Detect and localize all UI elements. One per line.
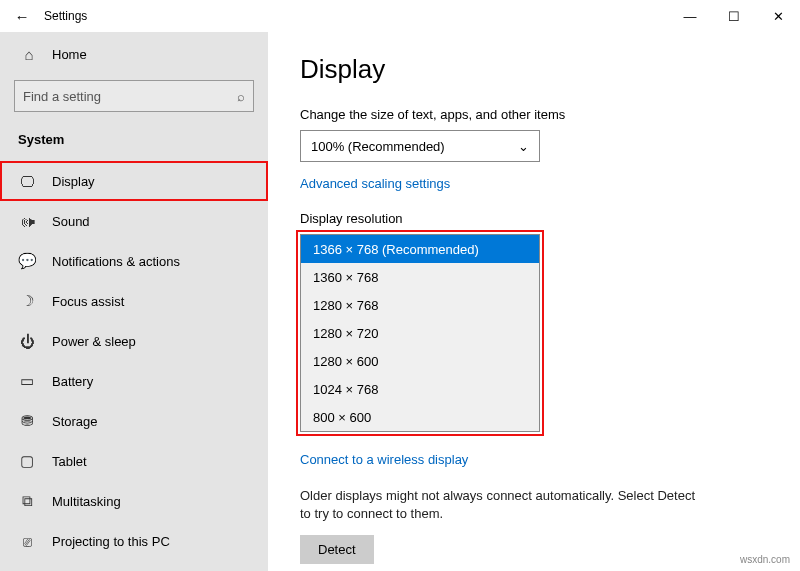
storage-icon: ⛃ bbox=[18, 412, 36, 430]
sidebar-item-power[interactable]: ⏻ Power & sleep bbox=[0, 321, 268, 361]
resolution-dropdown-list[interactable]: 1366 × 768 (Recommended) 1360 × 768 1280… bbox=[300, 234, 540, 432]
resolution-option[interactable]: 1280 × 720 bbox=[301, 319, 539, 347]
sidebar-item-tablet[interactable]: ▢ Tablet bbox=[0, 441, 268, 481]
sidebar-item-focus-assist[interactable]: ☽ Focus assist bbox=[0, 281, 268, 321]
resolution-label: Display resolution bbox=[300, 211, 768, 226]
advanced-scaling-link[interactable]: Advanced scaling settings bbox=[300, 176, 768, 191]
search-placeholder: Find a setting bbox=[23, 89, 101, 104]
titlebar: ← Settings — ☐ ✕ bbox=[0, 0, 800, 32]
sidebar-item-battery[interactable]: ▭ Battery bbox=[0, 361, 268, 401]
content: Display Change the size of text, apps, a… bbox=[268, 32, 800, 571]
resolution-option[interactable]: 1280 × 600 bbox=[301, 347, 539, 375]
sidebar-item-display[interactable]: 🖵 Display bbox=[0, 161, 268, 201]
sidebar-item-label: Multitasking bbox=[52, 494, 121, 509]
sidebar-item-label: Storage bbox=[52, 414, 98, 429]
sidebar-item-label: Focus assist bbox=[52, 294, 124, 309]
sidebar-item-sound[interactable]: 🕪 Sound bbox=[0, 201, 268, 241]
resolution-option[interactable]: 1366 × 768 (Recommended) bbox=[301, 235, 539, 263]
display-icon: 🖵 bbox=[18, 173, 36, 190]
notifications-icon: 💬 bbox=[18, 252, 36, 270]
section-label: System bbox=[0, 124, 268, 161]
sidebar-item-multitasking[interactable]: ⧉ Multitasking bbox=[0, 481, 268, 521]
minimize-button[interactable]: — bbox=[668, 9, 712, 24]
resolution-option[interactable]: 1280 × 768 bbox=[301, 291, 539, 319]
home-icon: ⌂ bbox=[20, 46, 38, 63]
projecting-icon: ⎚ bbox=[18, 533, 36, 550]
older-displays-text: Older displays might not always connect … bbox=[300, 487, 700, 523]
sidebar: ⌂ Home Find a setting ⌕ System 🖵 Display… bbox=[0, 32, 268, 571]
search-icon: ⌕ bbox=[237, 89, 245, 104]
connect-wireless-link[interactable]: Connect to a wireless display bbox=[300, 452, 768, 467]
sidebar-item-label: Display bbox=[52, 174, 95, 189]
battery-icon: ▭ bbox=[18, 372, 36, 390]
multitasking-icon: ⧉ bbox=[18, 492, 36, 510]
detect-button[interactable]: Detect bbox=[300, 535, 374, 564]
sidebar-item-label: Projecting to this PC bbox=[52, 534, 170, 549]
sidebar-item-label: Power & sleep bbox=[52, 334, 136, 349]
sound-icon: 🕪 bbox=[18, 213, 36, 230]
resolution-option[interactable]: 1360 × 768 bbox=[301, 263, 539, 291]
home-label: Home bbox=[52, 47, 87, 62]
tablet-icon: ▢ bbox=[18, 452, 36, 470]
scale-dropdown[interactable]: 100% (Recommended) ⌄ bbox=[300, 130, 540, 162]
page-title: Display bbox=[300, 54, 768, 85]
close-button[interactable]: ✕ bbox=[756, 9, 800, 24]
resolution-option[interactable]: 1024 × 768 bbox=[301, 375, 539, 403]
watermark: wsxdn.com bbox=[740, 554, 790, 565]
focus-assist-icon: ☽ bbox=[18, 292, 36, 310]
sidebar-item-label: Battery bbox=[52, 374, 93, 389]
search-input[interactable]: Find a setting ⌕ bbox=[14, 80, 254, 112]
window-title: Settings bbox=[44, 9, 87, 23]
sidebar-item-label: Tablet bbox=[52, 454, 87, 469]
sidebar-item-projecting[interactable]: ⎚ Projecting to this PC bbox=[0, 521, 268, 561]
back-button[interactable]: ← bbox=[0, 8, 44, 25]
sidebar-item-storage[interactable]: ⛃ Storage bbox=[0, 401, 268, 441]
scale-value: 100% (Recommended) bbox=[311, 139, 445, 154]
sidebar-item-label: Notifications & actions bbox=[52, 254, 180, 269]
sidebar-item-label: Sound bbox=[52, 214, 90, 229]
sidebar-item-notifications[interactable]: 💬 Notifications & actions bbox=[0, 241, 268, 281]
scale-label: Change the size of text, apps, and other… bbox=[300, 107, 768, 122]
maximize-button[interactable]: ☐ bbox=[712, 9, 756, 24]
resolution-option[interactable]: 800 × 600 bbox=[301, 403, 539, 431]
sidebar-home[interactable]: ⌂ Home bbox=[0, 36, 268, 72]
power-icon: ⏻ bbox=[18, 333, 36, 350]
chevron-down-icon: ⌄ bbox=[518, 139, 529, 154]
